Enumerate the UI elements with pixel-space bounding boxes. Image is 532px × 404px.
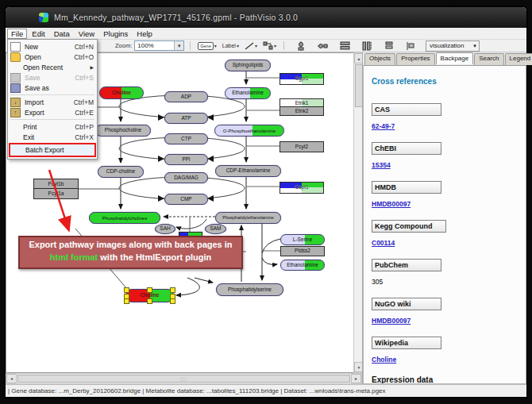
- node-etnk2[interactable]: Etnk2: [279, 106, 324, 116]
- zoom-combobox[interactable]: 100% ▼: [134, 40, 184, 51]
- align-center-vertical-icon: [296, 41, 306, 51]
- tab-objects[interactable]: Objects: [364, 53, 395, 65]
- menu-plugins[interactable]: Plugins: [99, 29, 132, 39]
- zoom-dropdown-icon[interactable]: ▼: [174, 41, 183, 50]
- stack-vertical-button[interactable]: [383, 41, 395, 51]
- backpage-panel: Cross references CAS 62-49-7 ChEBI 15354…: [363, 65, 526, 384]
- node-pcyt2[interactable]: Pcyt2: [279, 141, 324, 152]
- node-cmp[interactable]: CMP: [164, 194, 208, 205]
- menu-help[interactable]: Help: [133, 29, 156, 39]
- match-height-button[interactable]: [360, 41, 374, 51]
- scroll-right-icon[interactable]: ►: [351, 374, 361, 383]
- selection-handle[interactable]: [170, 294, 175, 299]
- visualization-dropdown-icon[interactable]: ▼: [471, 44, 479, 48]
- link-hmdb[interactable]: HMDB00097: [372, 200, 526, 208]
- selection-handle[interactable]: [124, 298, 129, 304]
- node-ethanolamine[interactable]: Ethanolamine: [225, 87, 271, 99]
- menu-file[interactable]: File: [7, 29, 27, 39]
- node-sgpl1[interactable]: Sgpl1: [279, 73, 324, 85]
- canvas-horizontal-scrollbar[interactable]: ◄ ∶∶∶ ►: [6, 373, 362, 384]
- node-adp[interactable]: ADP: [164, 91, 208, 102]
- align-center-vertical-button[interactable]: [295, 41, 307, 51]
- menu-item-export[interactable]: ↑ Export Ctrl+E: [8, 107, 97, 117]
- selection-handle[interactable]: [124, 287, 129, 293]
- node-ptdss2[interactable]: Ptdss2: [280, 246, 325, 256]
- link-kegg[interactable]: C00114: [372, 239, 526, 247]
- callout-text: with the HtmlExport plugin: [98, 252, 211, 262]
- link-chebi[interactable]: 15354: [372, 161, 526, 169]
- chevron-down-icon[interactable]: ▾: [214, 43, 217, 48]
- chevron-down-icon[interactable]: ▾: [274, 43, 276, 48]
- node-ctp[interactable]: CTP: [164, 133, 208, 144]
- selection-handle[interactable]: [147, 287, 152, 293]
- title-bar[interactable]: Mm_Kennedy_pathway_WP1771_45176.gpml - P…: [6, 7, 526, 28]
- menu-item-open[interactable]: Open Ctrl+O: [8, 52, 97, 62]
- menu-item-label: Batch Export: [25, 146, 91, 154]
- visualization-combobox[interactable]: visualization ▼: [426, 40, 480, 52]
- annotation-callout: Export pathway images along with back pa…: [18, 236, 243, 269]
- selection-handle[interactable]: [147, 298, 152, 304]
- selection-handle[interactable]: [170, 287, 175, 293]
- node-dag-mag[interactable]: DAG/MAG: [164, 172, 208, 183]
- chevron-down-icon[interactable]: ▾: [237, 43, 239, 48]
- link-wikipedia[interactable]: Choline: [372, 356, 526, 364]
- node-cept1[interactable]: Cept1: [279, 182, 324, 194]
- menu-item-import[interactable]: ↓ Import Ctrl+M: [8, 97, 97, 107]
- node-phosphocholine[interactable]: Phosphocholine: [95, 125, 151, 137]
- tab-legend[interactable]: Legend: [505, 53, 532, 65]
- section-header-kegg: Kegg Compound: [372, 220, 446, 233]
- node-choline-selected[interactable]: Choline: [125, 289, 174, 302]
- menu-item-save[interactable]: Save Ctrl+S: [8, 72, 97, 83]
- node-sphingolipids[interactable]: Sphingolipids: [225, 60, 271, 71]
- node-sam[interactable]: SAM: [205, 224, 226, 234]
- node-atp[interactable]: ATP: [164, 113, 208, 124]
- tab-properties[interactable]: Properties: [396, 53, 434, 65]
- menu-item-shortcut: Ctrl+N: [75, 43, 94, 51]
- selection-handle[interactable]: [124, 294, 129, 299]
- scroll-left-icon[interactable]: ◄: [6, 374, 17, 383]
- status-text: | Gene database: ...m_Derby_20120602.bri…: [8, 387, 386, 394]
- node-choline[interactable]: Choline: [99, 87, 144, 99]
- menu-item-exit[interactable]: Exit Ctrl+X: [8, 132, 97, 142]
- import-icon: ↓: [10, 98, 21, 107]
- menu-edit[interactable]: Edit: [28, 29, 48, 39]
- tab-search[interactable]: Search: [474, 53, 503, 65]
- tab-backpage[interactable]: Backpage: [436, 52, 474, 64]
- horizontal-scroll-thumb[interactable]: ∶∶∶: [17, 375, 350, 383]
- value-pubchem: 305: [372, 278, 526, 286]
- node-ethanolamine-bottom[interactable]: Ethanolamine: [280, 260, 325, 271]
- node-cdp-ethanolamine[interactable]: CDP-Ethanolamine: [215, 165, 281, 177]
- node-phosphatidylcholines[interactable]: Phosphatidylcholines: [89, 212, 160, 224]
- draw-line-button[interactable]: ▾: [243, 41, 259, 51]
- menu-item-open-recent[interactable]: Open Recent ▶: [8, 62, 97, 72]
- link-cas[interactable]: 62-49-7: [372, 122, 526, 130]
- menu-item-new[interactable]: New Ctrl+N: [8, 41, 97, 52]
- connector-tool-button[interactable]: ▾: [261, 41, 278, 51]
- menu-data[interactable]: Data: [50, 29, 74, 39]
- section-header-cas: CAS: [372, 103, 441, 116]
- match-width-button[interactable]: [338, 41, 352, 51]
- node-phosphatidylserine[interactable]: Phosphatidylserine: [216, 283, 283, 296]
- node-ppi[interactable]: PPi: [164, 154, 208, 165]
- node-sah[interactable]: SAH: [155, 224, 175, 234]
- menu-item-batch-export[interactable]: Batch Export: [9, 143, 96, 157]
- node-pcyt1a[interactable]: Pcyt1a: [33, 188, 79, 199]
- menu-item-print[interactable]: Print Ctrl+P: [8, 121, 97, 132]
- align-center-horizontal-button[interactable]: [316, 41, 330, 51]
- gene-icon: Gene: [198, 42, 213, 50]
- selection-handle[interactable]: [170, 298, 175, 304]
- menu-item-shortcut: Ctrl+P: [75, 123, 94, 131]
- add-gene-button[interactable]: Gene ▾: [196, 41, 218, 51]
- chevron-down-icon[interactable]: ▾: [255, 43, 257, 48]
- node-phosphatidylethanolamine[interactable]: Phosphatidylethanolamine: [215, 212, 281, 224]
- node-cdp-choline[interactable]: CDP-choline: [98, 166, 144, 178]
- menu-view[interactable]: View: [75, 29, 98, 39]
- link-nugo[interactable]: HMDB00097: [372, 317, 526, 325]
- node-o-phosphoethanolamine[interactable]: O-Phosphoethanolamine: [214, 125, 284, 137]
- node-l-serine[interactable]: L-Serine: [280, 234, 325, 245]
- screenshot-root: { "window": { "title": "Mm_Kennedy_pathw…: [0, 0, 532, 404]
- section-header-hmdb: HMDB: [372, 181, 441, 194]
- menu-item-save-as[interactable]: Save as: [8, 83, 97, 93]
- stack-horizontal-button[interactable]: [404, 41, 417, 51]
- add-label-button[interactable]: Label ▾: [221, 41, 241, 51]
